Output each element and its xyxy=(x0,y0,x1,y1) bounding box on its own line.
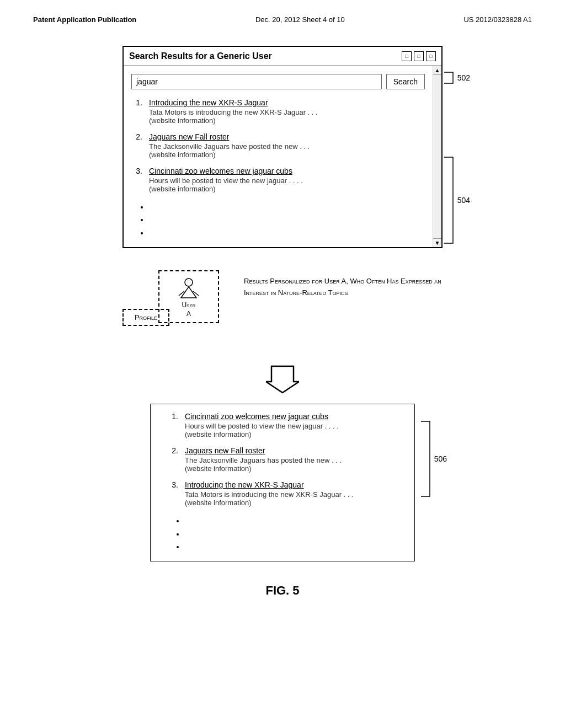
result-meta-1: (website information) xyxy=(149,116,318,125)
result-number-1: 1. xyxy=(131,98,142,125)
result-item-3: 3. Cincinnati zoo welcomes new jaguar cu… xyxy=(131,167,425,193)
page-header: Patent Application Publication Dec. 20, … xyxy=(0,0,565,24)
pers-result-row-3: 3. Introducing the new XKR-S Jaguar Tata… xyxy=(167,480,407,507)
result-snippet-1: Tata Motors is introducing the new XKR-S… xyxy=(149,108,318,116)
label-502: 502 xyxy=(457,73,470,82)
result-meta-3: (website information) xyxy=(149,185,303,193)
result-body-1: Introducing the new XKR-S Jaguar Tata Mo… xyxy=(149,98,318,125)
pers-result-number-3: 3. xyxy=(167,480,178,507)
personalized-results-box: 1. Cincinnati zoo welcomes new jaguar cu… xyxy=(150,404,415,561)
personalized-results-wrapper: 1. Cincinnati zoo welcomes new jaguar cu… xyxy=(150,404,415,561)
pers-result-snippet-3: Tata Motors is introducing the new XKR-S… xyxy=(185,490,354,499)
pers-bullet-1 xyxy=(185,515,407,527)
arrow-down-container xyxy=(33,361,532,394)
search-bar-row: Search xyxy=(131,74,425,89)
result-number-2: 2. xyxy=(131,132,142,159)
result-title-2[interactable]: Jaguars new Fall roster xyxy=(149,132,310,141)
search-results-content: Search 1. Introducing the new XKR-S Jagu… xyxy=(124,66,433,247)
result-item-1: 1. Introducing the new XKR-S Jaguar Tata… xyxy=(131,98,425,125)
search-results-inner: Search 1. Introducing the new XKR-S Jagu… xyxy=(124,66,441,247)
pers-result-body-3: Introducing the new XKR-S Jaguar Tata Mo… xyxy=(185,480,354,507)
bullet-3 xyxy=(149,227,425,239)
pers-bullet-2 xyxy=(185,528,407,540)
result-body-3: Cincinnati zoo welcomes new jaguar cubs … xyxy=(149,167,303,193)
label-506: 506 xyxy=(434,454,447,463)
bracket-502: 502 xyxy=(443,71,470,84)
header-date-sheet: Dec. 20, 2012 Sheet 4 of 10 xyxy=(255,15,345,24)
result-title-3[interactable]: Cincinnati zoo welcomes new jaguar cubs xyxy=(149,167,303,175)
pers-result-number-2: 2. xyxy=(167,446,178,473)
bullet-list-bottom xyxy=(185,515,407,553)
result-meta-2: (website information) xyxy=(149,151,310,159)
pers-result-number-1: 1. xyxy=(167,412,178,438)
result-item-2: 2. Jaguars new Fall roster The Jacksonvi… xyxy=(131,132,425,159)
pers-result-meta-3: (website information) xyxy=(185,499,354,507)
pers-result-row-1: 1. Cincinnati zoo welcomes new jaguar cu… xyxy=(167,412,407,438)
pers-result-body-2: Jaguars new Fall roster The Jacksonville… xyxy=(185,446,342,473)
search-results-box: Search Results for a Generic User □ □ □ … xyxy=(122,46,443,248)
user-icon xyxy=(177,276,201,300)
pers-result-row-2: 2. Jaguars new Fall roster The Jacksonvi… xyxy=(167,446,407,473)
result-title-1[interactable]: Introducing the new XKR-S Jaguar xyxy=(149,98,318,107)
bracket-502-svg xyxy=(443,71,455,84)
window-control-2[interactable]: □ xyxy=(414,51,424,61)
pers-result-snippet-2: The Jacksonville Jaguars has posted the … xyxy=(185,456,342,464)
bracket-506: 506 xyxy=(420,420,447,497)
personalized-section: Profile User A xyxy=(33,270,532,561)
pers-result-meta-1: (website information) xyxy=(185,430,339,438)
user-label: User xyxy=(182,301,195,309)
label-504: 504 xyxy=(457,196,470,205)
explanation-row: Profile User A xyxy=(89,270,476,347)
main-content: Search Results for a Generic User □ □ □ … xyxy=(0,24,565,598)
arrow-down-icon xyxy=(266,361,299,394)
pers-result-item-1: 1. Cincinnati zoo welcomes new jaguar cu… xyxy=(167,412,407,438)
scrollbar[interactable]: ▲ ▼ xyxy=(433,66,441,247)
result-snippet-2: The Jacksonville Jaguars have posted the… xyxy=(149,142,310,151)
result-body-2: Jaguars new Fall roster The Jacksonville… xyxy=(149,132,310,159)
bullet-list-top xyxy=(149,201,425,239)
window-control-3[interactable]: □ xyxy=(426,51,436,61)
bullet-2 xyxy=(149,213,425,226)
user-profile-container: Profile User A xyxy=(122,270,233,347)
pers-bullet-3 xyxy=(185,540,407,553)
user-box: User A xyxy=(158,270,219,323)
bracket-506-svg xyxy=(420,420,432,497)
window-control-1[interactable]: □ xyxy=(402,51,412,61)
search-results-title: Search Results for a Generic User xyxy=(129,51,272,61)
bracket-504-svg xyxy=(443,156,455,244)
pers-result-title-2[interactable]: Jaguars new Fall roster xyxy=(185,446,342,455)
bracket-504: 504 xyxy=(443,156,470,244)
pers-result-body-1: Cincinnati zoo welcomes new jaguar cubs … xyxy=(185,412,339,438)
pers-result-title-1[interactable]: Cincinnati zoo welcomes new jaguar cubs xyxy=(185,412,339,421)
window-controls: □ □ □ xyxy=(402,51,436,61)
search-button[interactable]: Search xyxy=(386,74,425,89)
profile-label: Profile xyxy=(135,313,157,322)
result-snippet-3: Hours will be posted to view the new jag… xyxy=(149,176,303,185)
search-input[interactable] xyxy=(131,74,382,89)
fig-label: FIG. 5 xyxy=(33,584,532,598)
header-publication: Patent Application Publication xyxy=(33,15,136,24)
bullet-1 xyxy=(149,201,425,213)
pers-result-snippet-1: Hours will be posted to view the new jag… xyxy=(185,422,339,430)
svg-marker-3 xyxy=(266,366,299,393)
result-number-3: 3. xyxy=(131,167,142,193)
scroll-down-arrow[interactable]: ▼ xyxy=(433,238,441,247)
svg-point-0 xyxy=(185,279,193,286)
pers-result-item-2: 2. Jaguars new Fall roster The Jacksonvi… xyxy=(167,446,407,473)
explanation-text: Results Personalized for User A, Who Oft… xyxy=(244,270,454,299)
pers-result-title-3[interactable]: Introducing the new XKR-S Jaguar xyxy=(185,480,354,489)
pers-result-meta-2: (website information) xyxy=(185,464,342,473)
header-patent-number: US 2012/0323828 A1 xyxy=(463,15,532,24)
pers-result-item-3: 3. Introducing the new XKR-S Jaguar Tata… xyxy=(167,480,407,507)
user-a-label: A xyxy=(186,310,191,318)
scroll-up-arrow[interactable]: ▲ xyxy=(433,66,441,75)
title-bar: Search Results for a Generic User □ □ □ xyxy=(124,47,441,66)
